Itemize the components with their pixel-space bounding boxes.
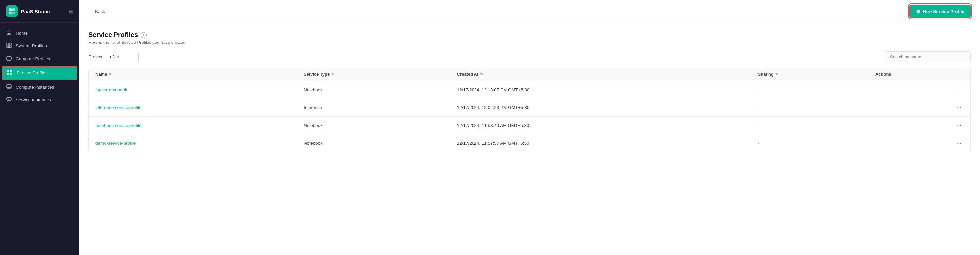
project-select[interactable]: a3 ▾ [106, 52, 138, 62]
sidebar-item-compute-instances-label: Compute Instances [16, 85, 54, 90]
home-icon [6, 30, 12, 36]
col-name: Name ⇅ [89, 68, 297, 81]
sidebar-item-compute-instances[interactable]: Compute Instances [0, 81, 79, 93]
cell-created-at-0: 12/17/2024, 12:13:07 PM GMT+5:30 [450, 81, 751, 99]
svg-rect-5 [9, 43, 11, 45]
topbar: ← Back ⊕ New Service Profile [79, 0, 980, 23]
sidebar-item-service-profiles[interactable]: Service Profiles [2, 66, 77, 80]
project-label: Project [88, 54, 102, 59]
svg-rect-13 [6, 85, 11, 88]
cell-name-0: jupiter-notebook [89, 81, 297, 99]
table-row: notebook-serviceprofile Notebook 12/17/2… [89, 117, 970, 135]
sidebar-item-system-profiles-label: System Profiles [16, 43, 47, 48]
actions-menu-button-1[interactable]: ··· [954, 103, 964, 112]
sidebar-item-system-profiles[interactable]: System Profiles [0, 40, 79, 52]
svg-rect-6 [6, 46, 9, 48]
new-service-profile-button[interactable]: ⊕ New Service Profile [909, 5, 971, 18]
svg-rect-0 [9, 8, 11, 11]
sidebar-item-compute-profiles[interactable]: Compute Profiles [0, 52, 79, 65]
sidebar-item-service-instances[interactable]: Service Instances [0, 93, 79, 106]
sidebar-item-compute-profiles-label: Compute Profiles [16, 56, 50, 61]
sidebar: PaaS Studio ⊞ Home System Profiles [0, 0, 79, 255]
profile-name-link-1[interactable]: inference-serviceprofile [95, 105, 142, 110]
cell-sharing-0: - [751, 81, 869, 99]
project-value: a3 [110, 54, 115, 59]
cell-created-at-2: 12/17/2024, 11:58:40 AM GMT+5:30 [450, 117, 751, 135]
cell-created-at-3: 12/17/2024, 11:57:57 AM GMT+5:30 [450, 135, 751, 152]
svg-rect-11 [7, 73, 9, 75]
profile-name-link-3[interactable]: demo-service-profile [95, 141, 135, 146]
cell-name-2: notebook-serviceprofile [89, 117, 297, 135]
filters-row: Project a3 ▾ [88, 51, 971, 62]
page-title-row: Service Profiles i [88, 31, 971, 38]
table-row: demo-service-profile Notebook 12/17/2024… [89, 135, 970, 152]
system-profiles-icon [6, 43, 12, 49]
svg-rect-10 [10, 70, 12, 72]
profile-name-link-0[interactable]: jupiter-notebook [95, 87, 127, 92]
col-actions: Actions [869, 68, 970, 81]
cell-service-type-1: Inference [297, 99, 450, 117]
sidebar-item-service-profiles-label: Service Profiles [16, 71, 48, 76]
cell-service-type-0: Notebook [297, 81, 450, 99]
svg-rect-4 [6, 43, 9, 45]
cell-service-type-2: Notebook [297, 117, 450, 135]
page-subtitle: Here is the list of Service Profiles you… [88, 40, 971, 45]
actions-menu-button-0[interactable]: ··· [954, 86, 964, 94]
sort-icon-name[interactable]: ⇅ [108, 73, 111, 76]
search-input[interactable] [885, 51, 971, 62]
profile-name-link-2[interactable]: notebook-serviceprofile [95, 123, 142, 128]
table-row: inference-serviceprofile Inference 12/17… [89, 99, 970, 117]
col-service-type: Service Type ⇅ [297, 68, 450, 81]
back-arrow-icon: ← [88, 9, 93, 14]
sort-icon-created-at[interactable]: ⇅ [480, 73, 483, 76]
cell-sharing-2: - [751, 117, 869, 135]
cell-actions-2: ··· [869, 117, 970, 135]
page-title: Service Profiles [88, 31, 138, 38]
sort-icon-sharing[interactable]: ⇅ [775, 73, 778, 76]
main-content: ← Back ⊕ New Service Profile Service Pro… [79, 0, 980, 255]
svg-rect-1 [12, 8, 15, 11]
sidebar-nav: Home System Profiles Compute [0, 23, 79, 255]
sort-icon-service-type[interactable]: ⇅ [331, 73, 334, 76]
project-filter: Project a3 ▾ [88, 52, 138, 62]
info-icon[interactable]: i [140, 32, 146, 38]
service-instances-icon [6, 97, 12, 103]
cell-created-at-1: 12/17/2024, 12:02:23 PM GMT+5:30 [450, 99, 751, 117]
content-area: Service Profiles i Here is the list of S… [79, 23, 980, 255]
sidebar-header: PaaS Studio ⊞ [0, 0, 79, 23]
cell-actions-3: ··· [869, 135, 970, 152]
compute-instances-icon [6, 84, 12, 90]
svg-rect-9 [7, 70, 9, 72]
app-logo [6, 5, 18, 17]
cell-actions-1: ··· [869, 99, 970, 117]
actions-menu-button-2[interactable]: ··· [954, 121, 964, 130]
cell-name-3: demo-service-profile [89, 135, 297, 152]
new-service-profile-label: New Service Profile [923, 9, 964, 14]
svg-rect-8 [6, 57, 11, 60]
table-row: jupiter-notebook Notebook 12/17/2024, 12… [89, 81, 970, 99]
svg-rect-2 [9, 11, 11, 14]
page-header: Service Profiles i Here is the list of S… [88, 31, 971, 45]
back-label: Back [95, 9, 105, 14]
cell-name-1: inference-serviceprofile [89, 99, 297, 117]
cell-actions-0: ··· [869, 81, 970, 99]
svg-rect-3 [12, 11, 15, 14]
cell-service-type-3: Notebook [297, 135, 450, 152]
chevron-down-icon: ▾ [118, 55, 119, 59]
col-sharing: Sharing ⇅ [751, 68, 869, 81]
cell-sharing-1: - [751, 99, 869, 117]
table-header-row: Name ⇅ Service Type ⇅ Cr [89, 68, 970, 81]
actions-menu-button-3[interactable]: ··· [954, 139, 964, 147]
svg-rect-12 [10, 73, 12, 75]
svg-rect-7 [9, 46, 11, 48]
sidebar-item-home-label: Home [16, 31, 28, 36]
back-link[interactable]: ← Back [88, 9, 105, 14]
service-profiles-table: Name ⇅ Service Type ⇅ Cr [88, 68, 971, 152]
compute-profiles-icon [6, 56, 12, 62]
app-title: PaaS Studio [21, 9, 50, 14]
sidebar-item-service-instances-label: Service Instances [16, 98, 51, 103]
sidebar-item-home[interactable]: Home [0, 27, 79, 40]
plus-circle-icon: ⊕ [916, 8, 920, 14]
grid-icon[interactable]: ⊞ [69, 8, 73, 14]
cell-sharing-3: - [751, 135, 869, 152]
